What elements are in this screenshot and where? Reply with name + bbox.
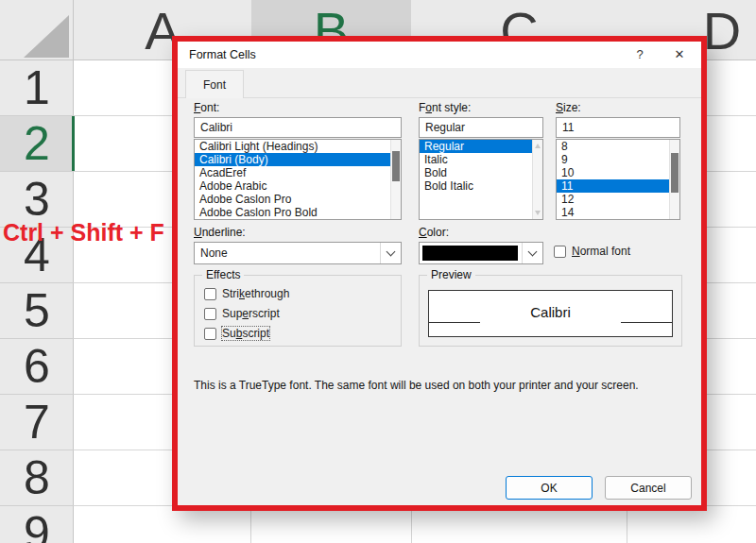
subscript-label: Subscript (222, 327, 269, 340)
underline-value: None (200, 246, 228, 260)
list-item[interactable]: 8 (557, 140, 679, 153)
close-icon[interactable]: ✕ (671, 46, 688, 63)
preview-sample-text: Calibri (429, 304, 672, 320)
size-list[interactable]: 8 9 10 11 12 14 (556, 139, 680, 220)
underline-dropdown[interactable]: None (194, 242, 402, 264)
font-list[interactable]: Calibri Light (Headings) Calibri (Body) … (194, 139, 402, 220)
normal-font-checkbox[interactable] (554, 246, 566, 258)
dialog-titlebar[interactable]: Format Cells ? ✕ (178, 42, 701, 68)
font-label: Font: (194, 101, 219, 114)
font-input[interactable]: Calibri (194, 117, 402, 138)
strikethrough-checkbox[interactable] (204, 288, 216, 300)
color-dropdown[interactable] (419, 242, 543, 264)
list-item[interactable]: Adobe Caslon Pro (195, 193, 401, 206)
font-style-list-scrollbar[interactable] (532, 140, 542, 219)
row-header-8[interactable]: 8 (0, 450, 74, 506)
font-style-input[interactable]: Regular (419, 117, 543, 138)
list-item[interactable]: Bold (420, 166, 542, 179)
dialog-title: Format Cells (189, 48, 256, 61)
preview-baseline-right (621, 322, 672, 323)
subscript-checkbox[interactable] (204, 328, 216, 340)
list-item[interactable]: 9 (557, 153, 679, 166)
subscript-row[interactable]: Subscript (204, 327, 269, 340)
ok-button[interactable]: OK (506, 476, 593, 500)
normal-font-label: Normal font (572, 245, 630, 258)
size-label: Size: (556, 101, 581, 114)
list-item[interactable]: Calibri Light (Headings) (195, 140, 401, 153)
normal-font-checkbox-row[interactable]: Normal font (554, 245, 630, 258)
list-item[interactable]: 12 (557, 193, 679, 206)
color-swatch (422, 246, 518, 261)
list-item[interactable]: 10 (557, 166, 679, 179)
row-header-6[interactable]: 6 (0, 339, 74, 395)
annotation-red-border: Format Cells ? ✕ Font Font: Calibri Cali… (172, 36, 707, 511)
effects-group-title: Effects (202, 268, 244, 281)
row-header-5[interactable]: 5 (0, 283, 74, 339)
superscript-checkbox[interactable] (204, 308, 216, 320)
format-cells-dialog: Format Cells ? ✕ Font Font: Calibri Cali… (178, 42, 701, 505)
effects-group: Effects Strikethrough Superscript Subscr… (194, 275, 402, 347)
scrollbar-thumb[interactable] (392, 151, 400, 181)
chevron-down-icon (528, 247, 538, 257)
preview-baseline-left (429, 322, 480, 323)
strikethrough-label: Strikethrough (222, 287, 289, 300)
scroll-up-icon[interactable] (535, 144, 541, 148)
tab-font[interactable]: Font (185, 70, 244, 98)
dropdown-chevron-zone (380, 243, 401, 263)
list-item-selected[interactable]: 11 (557, 179, 679, 193)
cancel-button[interactable]: Cancel (605, 476, 692, 500)
scroll-down-icon[interactable] (535, 211, 541, 215)
row-header-strip: 1 2 3 4 5 6 7 8 9 (0, 60, 74, 543)
size-input[interactable]: 11 (556, 117, 680, 138)
size-list-scrollbar[interactable] (669, 140, 679, 219)
list-item[interactable]: Adobe Arabic (195, 179, 401, 193)
row-header-9[interactable]: 9 (0, 506, 74, 543)
preview-box: Calibri (428, 290, 673, 337)
font-list-scrollbar[interactable] (390, 140, 401, 219)
list-item[interactable]: Italic (420, 153, 542, 166)
select-all-cell[interactable] (0, 0, 74, 60)
superscript-row[interactable]: Superscript (204, 307, 280, 320)
list-item-selected[interactable]: Regular (420, 140, 542, 153)
strikethrough-row[interactable]: Strikethrough (204, 287, 289, 300)
dialog-tabstrip: Font (178, 68, 701, 98)
row-header-1[interactable]: 1 (0, 60, 74, 116)
scrollbar-thumb[interactable] (671, 153, 679, 193)
dropdown-chevron-zone (522, 243, 542, 263)
preview-group-title: Preview (427, 268, 475, 281)
superscript-label: Superscript (222, 307, 280, 320)
shortcut-annotation: Ctrl + Shift + F (3, 219, 164, 246)
list-item-selected[interactable]: Calibri (Body) (195, 153, 401, 166)
list-item[interactable]: AcadEref (195, 166, 401, 179)
chevron-down-icon (387, 247, 396, 257)
color-label: Color: (419, 226, 449, 239)
font-style-label: Font style: (419, 101, 471, 114)
select-all-triangle-icon (24, 15, 69, 58)
underline-label: Underline: (194, 226, 246, 239)
row-header-7[interactable]: 7 (0, 395, 74, 450)
list-item[interactable]: Adobe Caslon Pro Bold (195, 206, 401, 219)
font-style-list[interactable]: Regular Italic Bold Bold Italic (419, 139, 543, 220)
truetype-description: This is a TrueType font. The same font w… (194, 379, 695, 392)
list-item[interactable]: 14 (557, 206, 679, 219)
help-button[interactable]: ? (631, 46, 648, 63)
row-header-2[interactable]: 2 (0, 116, 74, 172)
list-item[interactable]: Bold Italic (420, 179, 542, 193)
preview-group: Preview Calibri (419, 275, 682, 347)
